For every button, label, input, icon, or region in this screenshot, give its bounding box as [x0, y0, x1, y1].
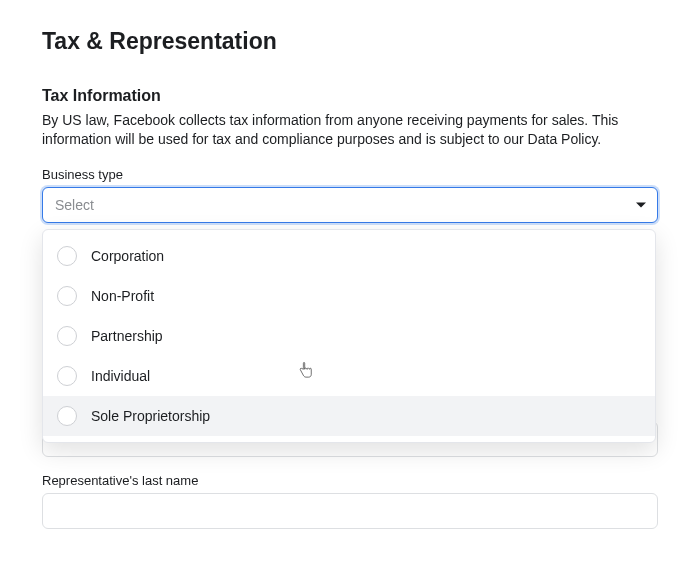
- option-label: Corporation: [91, 248, 164, 264]
- option-label: Sole Proprietorship: [91, 408, 210, 424]
- option-corporation[interactable]: Corporation: [43, 236, 655, 276]
- rep-last-name-label: Representative's last name: [42, 473, 658, 488]
- radio-icon: [57, 326, 77, 346]
- radio-icon: [57, 246, 77, 266]
- option-label: Non-Profit: [91, 288, 154, 304]
- business-type-dropdown: Corporation Non-Profit Partnership Indiv…: [42, 229, 656, 443]
- section-title: Tax Information: [42, 87, 658, 105]
- business-type-label: Business type: [42, 167, 658, 182]
- option-individual[interactable]: Individual: [43, 356, 655, 396]
- chevron-down-icon: [636, 202, 646, 207]
- option-sole-proprietorship[interactable]: Sole Proprietorship: [43, 396, 655, 436]
- business-type-select[interactable]: Select: [42, 187, 658, 223]
- option-label: Individual: [91, 368, 150, 384]
- option-partnership[interactable]: Partnership: [43, 316, 655, 356]
- page-title: Tax & Representation: [42, 28, 658, 55]
- option-non-profit[interactable]: Non-Profit: [43, 276, 655, 316]
- rep-last-name-field: Representative's last name: [42, 473, 658, 529]
- section-description: By US law, Facebook collects tax informa…: [42, 111, 658, 149]
- option-label: Partnership: [91, 328, 163, 344]
- business-type-field: Business type Select Corporation Non-Pro…: [42, 167, 658, 223]
- business-type-placeholder: Select: [55, 197, 94, 213]
- radio-icon: [57, 366, 77, 386]
- radio-icon: [57, 286, 77, 306]
- rep-last-name-input[interactable]: [42, 493, 658, 529]
- radio-icon: [57, 406, 77, 426]
